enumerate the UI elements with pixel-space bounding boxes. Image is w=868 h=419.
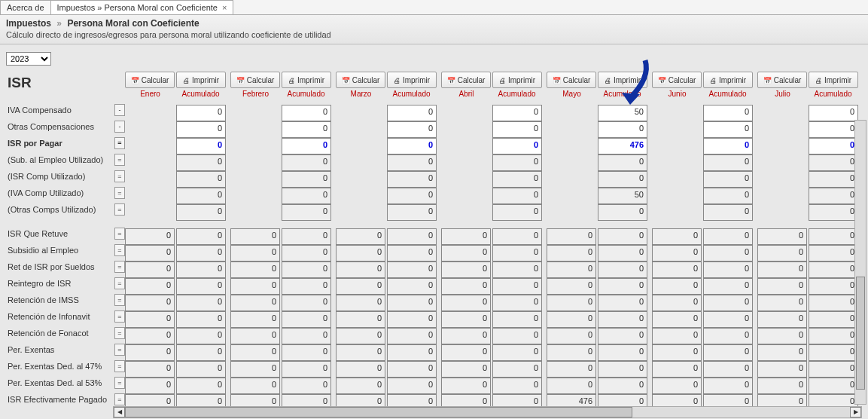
calcular-button[interactable]: Calcular [547,72,596,88]
cell-input[interactable]: 0 [176,138,226,154]
cell-input[interactable]: 0 [809,121,858,138]
cell-input[interactable]: 0 [387,138,437,154]
vertical-scrollbar[interactable] [854,120,866,405]
cell-input[interactable]: 0 [703,105,753,121]
cell-acumulado: 0 [387,228,437,245]
calcular-button[interactable]: Calcular [125,72,175,88]
calcular-button[interactable]: Calcular [230,72,280,88]
cell-input[interactable]: 0 [492,138,542,154]
cell-input[interactable]: 0 [176,121,226,138]
cell-acumulado: 0 [703,295,753,311]
cell-input[interactable]: 0 [598,121,647,138]
row-label-text: ISR Efectivamente Pagado [8,395,111,404]
cell-readonly: 0 [282,171,331,188]
cell-input[interactable]: 0 [387,121,437,138]
cell-input[interactable]: 0 [703,121,753,138]
cell-month: 0 [125,228,175,245]
cell-input[interactable]: 0 [809,138,858,154]
row-operator-button[interactable]: = [114,154,125,166]
row-operator-button[interactable]: = [114,344,125,356]
scroll-thumb[interactable] [125,407,632,417]
data-row: 0 [652,138,753,154]
cell-input[interactable]: 0 [809,105,858,121]
row-operator-button[interactable]: = [114,261,125,273]
imprimir-button[interactable]: Imprimir [598,72,647,88]
cell-readonly: 0 [492,171,542,188]
data-row: 00 [441,311,542,328]
cell-input[interactable]: 50 [598,105,647,121]
row-operator-button[interactable]: - [114,104,125,116]
imprimir-button[interactable]: Imprimir [282,72,331,88]
row-operator-button[interactable]: = [114,327,125,339]
scroll-left-icon[interactable]: ◀ [114,407,125,417]
year-select[interactable]: 2023 [6,52,51,66]
tab-impuestos[interactable]: Impuestos » Persona Moral con Coeficient… [50,0,234,14]
cell-acumulado: 0 [282,261,331,278]
calcular-button[interactable]: Calcular [757,72,807,88]
cell-input[interactable]: 0 [282,138,331,154]
cell-input[interactable]: 0 [387,105,437,121]
cell-input[interactable]: 0 [282,105,331,121]
row-operator-button[interactable]: = [114,277,125,289]
imprimir-button[interactable]: Imprimir [492,72,542,88]
horizontal-scrollbar[interactable]: ◀ ▶ [113,406,862,418]
cell-acumulado: 0 [282,328,331,344]
row-operator-button[interactable]: = [114,393,125,405]
scroll-right-icon[interactable]: ▶ [850,407,861,417]
row-operator-button[interactable]: = [114,228,125,240]
row-label: Retención de Fonacot= [6,325,125,341]
cell-input[interactable]: 0 [492,105,542,121]
breadcrumb-sep: » [56,18,62,29]
imprimir-button[interactable]: Imprimir [809,72,858,88]
close-icon[interactable]: × [222,3,227,12]
cell-month: 0 [336,378,385,394]
vscroll-thumb[interactable] [856,277,865,390]
cell-acumulado: 0 [387,261,437,278]
cell-month: 0 [230,228,280,245]
cell-acumulado: 0 [598,361,647,378]
cell-input[interactable]: 0 [492,121,542,138]
data-row: 00 [547,278,647,295]
imprimir-button[interactable]: Imprimir [387,72,437,88]
cell-input[interactable]: 476 [598,138,647,154]
row-operator-button[interactable]: = [114,377,125,389]
cell-readonly: 0 [703,154,753,171]
cell-acumulado: 0 [282,278,331,295]
row-operator-button[interactable]: = [114,137,125,149]
cell-month: 0 [547,328,596,344]
data-row: 0 [125,121,226,138]
row-label: ISR por Pagar= [6,135,125,151]
data-row: 00 [125,245,226,261]
calcular-button[interactable]: Calcular [652,72,702,88]
row-operator-button[interactable]: = [114,170,125,182]
cell-acumulado: 0 [809,228,858,245]
row-operator-button[interactable]: = [114,244,125,256]
data-row: 00 [652,295,753,311]
calcular-button[interactable]: Calcular [336,72,385,88]
row-operator-button[interactable]: = [114,310,125,323]
cell-month: 0 [336,295,385,311]
row-operator-button[interactable]: = [114,294,125,306]
cell-readonly: 0 [176,204,226,221]
scroll-track[interactable] [125,407,850,417]
row-operator-button[interactable]: = [114,187,125,199]
row-operator-button[interactable]: - [114,121,125,133]
cell-input[interactable]: 0 [703,138,753,154]
cell-input[interactable]: 0 [176,105,226,121]
imprimir-button[interactable]: Imprimir [703,72,753,88]
data-row: 0 [230,171,331,188]
calcular-button[interactable]: Calcular [441,72,491,88]
data-row: 00 [652,344,753,361]
cell-acumulado: 0 [492,361,542,378]
cell-readonly: 0 [598,171,647,188]
row-operator-button[interactable]: = [114,360,125,372]
cell-acumulado: 0 [703,311,753,328]
row-operator-button[interactable]: = [114,203,125,216]
tab-about[interactable]: Acerca de [0,0,51,14]
cell-acumulado: 0 [492,278,542,295]
data-row: 00 [441,295,542,311]
cell-input[interactable]: 0 [282,121,331,138]
imprimir-button[interactable]: Imprimir [176,72,226,88]
row-label-text: Retención de IMSS [8,295,111,304]
cell-month: 0 [441,361,491,378]
